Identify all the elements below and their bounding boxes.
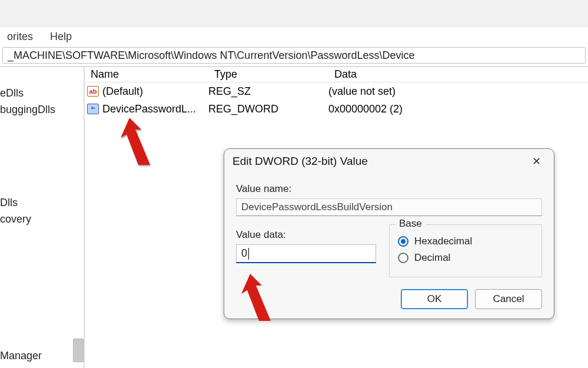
- tree-pane[interactable]: eDlls buggingDlls Dlls covery Manager: [0, 67, 85, 368]
- reg-sz-icon: ab: [85, 86, 101, 97]
- tree-scrollbar-thumb[interactable]: [73, 339, 84, 362]
- menu-bar: orites Help: [0, 27, 588, 46]
- tree-item[interactable]: Dlls: [0, 197, 18, 209]
- value-data-label: Value data:: [236, 229, 383, 241]
- values-header: Name Type Data: [85, 67, 588, 82]
- value-row[interactable]: ⁰¹ DevicePasswordL... REG_DWORD 0x000000…: [85, 100, 588, 118]
- tree-item[interactable]: buggingDlls: [0, 104, 55, 116]
- dialog-title-text: Edit DWORD (32-bit) Value: [232, 155, 368, 168]
- text-caret: [248, 248, 249, 260]
- cancel-button[interactable]: Cancel: [475, 289, 542, 309]
- radio-label: Decimal: [414, 252, 450, 264]
- reg-dword-icon: ⁰¹: [85, 104, 101, 114]
- value-name-field[interactable]: DevicePasswordLessBuildVersion: [236, 198, 542, 216]
- value-name: DevicePasswordL...: [101, 103, 208, 115]
- value-data: 0x00000002 (2): [328, 103, 588, 115]
- radio-decimal[interactable]: Decimal: [398, 252, 533, 264]
- radio-icon: [398, 253, 408, 263]
- base-legend: Base: [396, 218, 426, 230]
- menu-favorites[interactable]: orites: [0, 27, 40, 46]
- address-bar[interactable]: _MACHINE\SOFTWARE\Microsoft\Windows NT\C…: [2, 47, 586, 64]
- value-row[interactable]: ab (Default) REG_SZ (value not set): [85, 82, 588, 100]
- base-fieldset: Base Hexadecimal Decimal: [389, 224, 542, 277]
- value-data: (value not set): [328, 85, 588, 98]
- tree-item[interactable]: Manager: [0, 350, 42, 362]
- edit-dword-dialog: Edit DWORD (32-bit) Value ✕ Value name: …: [224, 148, 554, 319]
- dialog-titlebar[interactable]: Edit DWORD (32-bit) Value ✕: [224, 149, 554, 174]
- value-data-input[interactable]: 0: [236, 244, 376, 263]
- radio-icon: [398, 236, 408, 247]
- close-icon[interactable]: ✕: [527, 152, 546, 170]
- column-header-name[interactable]: Name: [85, 68, 208, 82]
- radio-label: Hexadecimal: [414, 236, 472, 247]
- value-type: REG_SZ: [208, 85, 328, 98]
- value-name: (Default): [101, 85, 208, 98]
- column-header-type[interactable]: Type: [208, 68, 328, 82]
- address-bar-row: _MACHINE\SOFTWARE\Microsoft\Windows NT\C…: [0, 46, 588, 65]
- column-header-data[interactable]: Data: [328, 68, 588, 82]
- tree-item[interactable]: eDlls: [0, 87, 24, 100]
- value-data-text: 0: [241, 247, 247, 260]
- tree-item[interactable]: covery: [0, 213, 31, 226]
- value-type: REG_DWORD: [208, 103, 328, 115]
- ok-button[interactable]: OK: [401, 289, 468, 309]
- value-name-label: Value name:: [236, 183, 542, 195]
- radio-hexadecimal[interactable]: Hexadecimal: [398, 236, 533, 247]
- menu-help[interactable]: Help: [43, 27, 79, 46]
- window-titlebar-area: [0, 0, 588, 27]
